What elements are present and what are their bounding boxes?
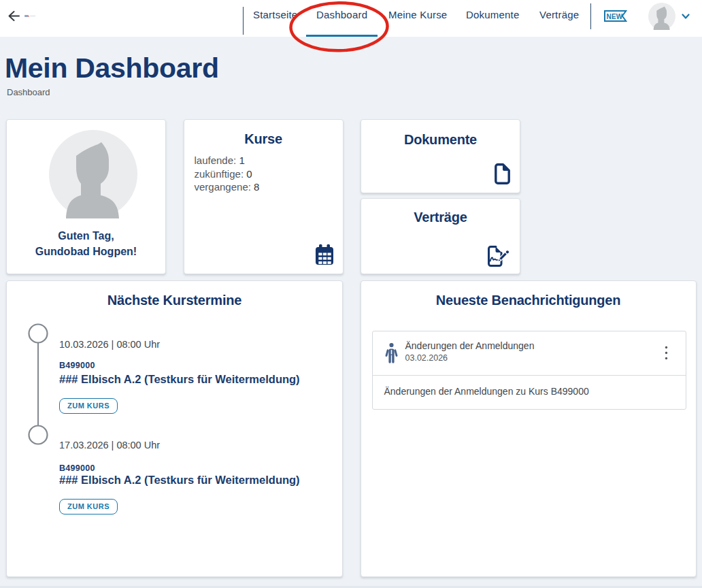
svg-text:NEW: NEW — [607, 13, 623, 20]
